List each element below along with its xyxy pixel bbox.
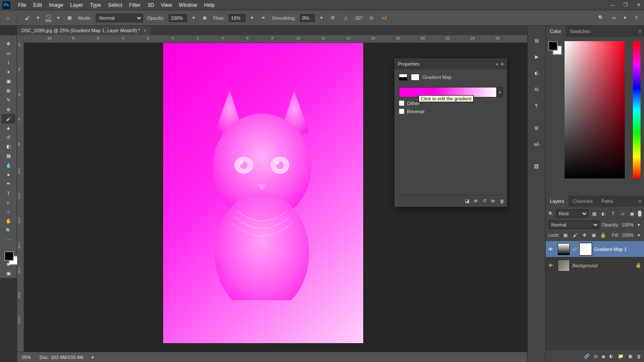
screen-mode-icon[interactable]: ▣: [2, 268, 15, 278]
lock-transparent-icon[interactable]: ▦: [562, 232, 569, 238]
filter-adjust-icon[interactable]: ◐: [600, 210, 607, 217]
libraries-panel-icon[interactable]: 🖼: [531, 161, 543, 172]
lasso-tool[interactable]: ⌇: [2, 58, 15, 67]
lock-all-icon[interactable]: 🔒: [600, 232, 607, 238]
pen-tool[interactable]: ✒: [2, 179, 15, 189]
healing-tool[interactable]: ⊕: [2, 105, 15, 114]
mask-thumb[interactable]: [580, 243, 592, 255]
menu-edit[interactable]: Edit: [30, 2, 46, 8]
history-brush-tool[interactable]: ↺: [2, 133, 15, 142]
tools-handle[interactable]: »: [1, 36, 16, 39]
stamp-tool[interactable]: ▲: [2, 124, 15, 133]
layer-name[interactable]: Gradient Map 1: [594, 247, 627, 252]
blur-tool[interactable]: 💧: [2, 161, 15, 170]
quick-select-tool[interactable]: ✦: [2, 67, 15, 77]
marquee-tool[interactable]: ▭: [2, 49, 15, 58]
shape-tool[interactable]: ○: [2, 207, 15, 217]
tab-color[interactable]: Color: [546, 26, 565, 37]
tab-channels[interactable]: Channels: [568, 196, 597, 207]
visibility-toggle-icon[interactable]: 👁: [548, 247, 555, 252]
reset-icon[interactable]: ↺: [483, 198, 486, 204]
layer-style-icon[interactable]: fx: [594, 354, 598, 359]
layers-panel-menu-icon[interactable]: ≡: [635, 196, 644, 207]
tab-paths[interactable]: Paths: [597, 196, 618, 207]
paragraph-panel-icon[interactable]: ¶: [531, 100, 543, 111]
layer-opacity-value[interactable]: 100%: [622, 222, 634, 227]
angle-value[interactable]: -92°: [354, 15, 363, 21]
brush-preview[interactable]: ⬭ 500: [45, 13, 52, 23]
new-adjustment-icon[interactable]: ◐: [609, 353, 614, 359]
blend-mode-select[interactable]: Normal: [96, 14, 143, 22]
tool-preset-icon[interactable]: 🖌: [23, 14, 31, 22]
move-tool[interactable]: ✥: [2, 39, 15, 49]
clip-to-layer-icon[interactable]: ◪: [465, 198, 469, 204]
menu-file[interactable]: File: [15, 2, 30, 8]
layer-row[interactable]: 👁🔗Gradient Map 1: [546, 241, 644, 257]
status-flyout-icon[interactable]: ▸: [92, 354, 94, 360]
filter-type-icon[interactable]: T: [610, 210, 617, 217]
menu-layer[interactable]: Layer: [67, 2, 86, 8]
workspace-icon[interactable]: ▭: [610, 14, 618, 22]
color-fg-swatch[interactable]: [548, 41, 558, 51]
filter-pixel-icon[interactable]: ▦: [591, 210, 598, 217]
smoothing-input[interactable]: [300, 14, 315, 22]
ruler-vertical[interactable]: 024681 01 21 41 61 82 02 2: [17, 35, 24, 352]
crop-tool[interactable]: ▣: [2, 77, 15, 86]
menu-help[interactable]: Help: [200, 2, 218, 8]
dodge-tool[interactable]: ●: [2, 170, 15, 179]
saturation-value-picker[interactable]: [565, 41, 625, 178]
menu-window[interactable]: Window: [176, 2, 201, 8]
brush-settings-icon[interactable]: ▦: [65, 14, 74, 22]
lock-artboard-icon[interactable]: ▣: [590, 232, 597, 238]
actions-panel-icon[interactable]: ▶: [531, 51, 543, 62]
flow-dropdown[interactable]: ▾: [249, 15, 255, 21]
delete-layer-icon[interactable]: 🗑: [637, 354, 641, 359]
gradient-preset-dropdown[interactable]: ▾: [497, 87, 503, 97]
tab-layers[interactable]: Layers: [546, 196, 568, 207]
menu-image[interactable]: Image: [46, 2, 67, 8]
symmetry-icon[interactable]: 🦋: [380, 14, 389, 22]
edit-toolbar[interactable]: ⋯: [2, 235, 15, 244]
zoom-level[interactable]: 25%: [21, 355, 31, 360]
brush-tool[interactable]: 🖌: [2, 114, 15, 124]
menu-filter[interactable]: Filter: [126, 2, 144, 8]
layer-name[interactable]: Background: [572, 263, 598, 268]
dither-checkbox[interactable]: [399, 100, 404, 106]
home-icon[interactable]: ⌂: [3, 14, 12, 22]
menu-select[interactable]: Select: [104, 2, 125, 8]
share-icon[interactable]: ⇧: [632, 14, 641, 22]
smoothing-dropdown[interactable]: ▾: [319, 15, 324, 21]
glyphs-panel-icon[interactable]: ⊞: [531, 123, 543, 133]
layer-filter-select[interactable]: Kind: [556, 209, 588, 218]
filter-toggle-icon[interactable]: [638, 211, 641, 217]
character-panel-icon[interactable]: A|: [531, 84, 543, 94]
tool-preset-dropdown[interactable]: ▾: [36, 15, 41, 21]
opacity-dropdown[interactable]: ▾: [191, 15, 196, 21]
gradient-tool[interactable]: ▦: [2, 151, 15, 161]
smoothing-options-icon[interactable]: ⚙: [328, 14, 337, 22]
ruler-horizontal[interactable]: 010864202468101214161820222426: [24, 35, 527, 43]
search-icon[interactable]: 🔍: [597, 14, 605, 22]
pressure-size-icon[interactable]: ◎: [367, 14, 376, 22]
styles-panel-icon[interactable]: aA: [531, 139, 543, 149]
history-panel-icon[interactable]: ▤: [531, 35, 543, 45]
new-layer-icon[interactable]: ▣: [628, 353, 632, 359]
hue-slider[interactable]: [633, 41, 641, 178]
menu-view[interactable]: View: [158, 2, 176, 8]
visibility-toggle-icon[interactable]: 👁: [548, 263, 555, 268]
fill-value[interactable]: 100%: [622, 232, 634, 238]
brush-picker-dropdown[interactable]: ▾: [56, 15, 61, 21]
type-tool[interactable]: T: [2, 189, 15, 198]
filter-shape-icon[interactable]: ▱: [619, 210, 626, 217]
workspace-dropdown[interactable]: ▾: [623, 15, 628, 21]
link-layers-icon[interactable]: 🔗: [584, 353, 590, 359]
close-tab-icon[interactable]: ×: [144, 28, 146, 33]
zoom-tool[interactable]: 🔍: [2, 226, 15, 235]
window-minimize-button[interactable]: —: [609, 1, 617, 9]
mask-icon[interactable]: [411, 74, 419, 81]
window-close-button[interactable]: ✕: [635, 1, 642, 9]
path-select-tool[interactable]: ▹: [2, 198, 15, 207]
doc-size[interactable]: Doc: 103.4M/103.4M: [39, 355, 83, 360]
new-group-icon[interactable]: 📁: [618, 353, 624, 359]
color-panel-menu-icon[interactable]: ≡: [635, 26, 644, 37]
